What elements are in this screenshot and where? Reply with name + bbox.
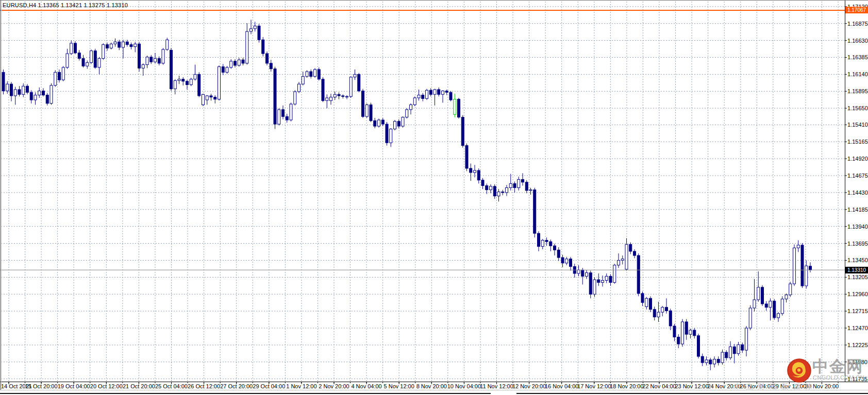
time-axis-label: 12 Nov 20:00 [512, 383, 546, 389]
time-axis-label: 19 Oct 04:00 [58, 383, 90, 389]
time-axis-label: 8 Nov 20:00 [416, 383, 447, 389]
candle-body-bull [529, 190, 532, 191]
candle-body-bear [150, 57, 153, 62]
candle-body-bull [509, 183, 512, 187]
candle-body-bear [342, 96, 344, 96]
candle-body-bear [282, 110, 285, 116]
candle-body-bull [54, 72, 57, 85]
candle-body-bear [486, 185, 488, 190]
candle-body-bull [365, 105, 368, 116]
candle-body-bull [102, 45, 105, 59]
candle-body-bear [214, 97, 216, 99]
candle-body-bull [314, 70, 316, 76]
candle-body-bull [14, 90, 16, 96]
time-axis-label: 15 Oct 20:00 [25, 383, 58, 389]
candle-body-bull [122, 42, 125, 47]
candle-body-bull [777, 314, 780, 318]
candle-body-bear [570, 259, 572, 267]
candle-body-bull [190, 79, 192, 85]
candle-body-bear [458, 99, 460, 117]
price-axis-label: 1.12470 [847, 325, 868, 331]
time-axis-label: 26 Oct 12:00 [188, 383, 220, 389]
time-axis-label: 11 Nov 12:00 [480, 383, 513, 389]
price-axis-label: 1.16875 [847, 21, 868, 27]
price-axis[interactable]: 1.171201.168751.166301.163851.161401.158… [845, 4, 868, 382]
candle-body-bull [605, 276, 608, 280]
bottom-edge-bar-left [0, 393, 491, 394]
candle-body-bear [310, 72, 312, 76]
candle-body-bull [206, 96, 208, 100]
candles-layer[interactable] [2, 20, 812, 370]
candle-body-bear [449, 92, 452, 100]
candle-body-bear [641, 294, 644, 302]
candle-body-bear [274, 69, 276, 124]
candle-body-bear [673, 326, 676, 337]
price-axis-label: 1.12715 [847, 308, 868, 314]
candle-body-bull [789, 284, 792, 295]
candle-body-bear [270, 63, 272, 69]
candle-body-bull [406, 110, 408, 117]
candle-body-bull [797, 245, 799, 248]
candle-body-bull [34, 95, 37, 100]
watermark-tagline: 中立财经新媒体 [734, 382, 817, 391]
bottom-edge-bar-right [516, 393, 868, 394]
candle-body-bull [226, 67, 228, 72]
candle-body-bull [757, 287, 760, 300]
candle-body-bull [238, 60, 240, 65]
price-axis-label: 1.14430 [847, 190, 868, 196]
candle-body-bear [374, 121, 376, 126]
candle-body-bull [645, 298, 648, 306]
candle-body-bear [242, 60, 244, 63]
candle-body-bull [218, 67, 221, 99]
candle-body-bear [422, 95, 424, 99]
candle-body-bull [330, 97, 332, 101]
candle-body-bull [413, 98, 416, 105]
candle-body-bear [609, 276, 612, 282]
price-axis-label: 1.14920 [847, 156, 868, 162]
candle-body-bear [701, 356, 704, 363]
candle-body-bear [210, 96, 212, 97]
candle-body-bull [254, 26, 256, 28]
candle-body-bear [318, 70, 320, 79]
candle-body-bull [349, 77, 352, 97]
candle-body-bull [62, 67, 64, 80]
candle-body-bull [490, 186, 492, 190]
candle-body-bull [657, 312, 660, 317]
candle-body-bull [497, 192, 500, 196]
candle-body-bear [438, 90, 440, 94]
candle-body-bull [454, 99, 456, 115]
candle-body-bull [86, 63, 89, 66]
candle-body-bear [513, 183, 516, 187]
candle-body-bear [46, 95, 48, 104]
candle-body-bull [729, 347, 732, 357]
price-axis-label: 1.15650 [847, 105, 868, 111]
time-axis[interactable]: 14 Oct 202115 Oct 20:0019 Oct 04:0020 Oc… [1, 382, 839, 389]
candle-body-bear [198, 74, 201, 96]
candle-body-bear [58, 72, 61, 80]
candle-body-bear [18, 90, 21, 94]
candle-body-bear [186, 81, 189, 85]
price-axis-label: 1.15895 [847, 88, 868, 94]
mt4-chart-window: 1.171201.168751.166301.163851.161401.158… [0, 0, 868, 395]
candle-body-bull [474, 170, 476, 173]
candle-body-bear [2, 72, 5, 91]
candle-body-bull [506, 188, 508, 193]
price-axis-label: 1.12960 [847, 291, 868, 297]
candle-body-bear [397, 122, 400, 126]
candle-body-bull [294, 92, 296, 104]
candle-body-bull [661, 307, 664, 312]
candle-body-bull [749, 308, 752, 328]
candle-body-bull [162, 49, 164, 63]
time-axis-label: 23 Nov 12:00 [675, 383, 708, 389]
candlestick-chart[interactable]: 1.171201.168751.166301.163851.161401.158… [0, 0, 868, 395]
candle-body-bull [593, 280, 596, 294]
candle-body-bull [202, 94, 205, 105]
candle-body-bear [74, 43, 77, 53]
candle-body-bear [801, 245, 804, 286]
candle-body-bear [338, 94, 340, 96]
candle-body-bear [370, 105, 372, 121]
candle-body-bull [737, 345, 740, 353]
candle-body-bull [402, 117, 404, 126]
time-axis-label: 17 Nov 12:00 [577, 383, 611, 389]
candle-body-bear [78, 53, 80, 59]
